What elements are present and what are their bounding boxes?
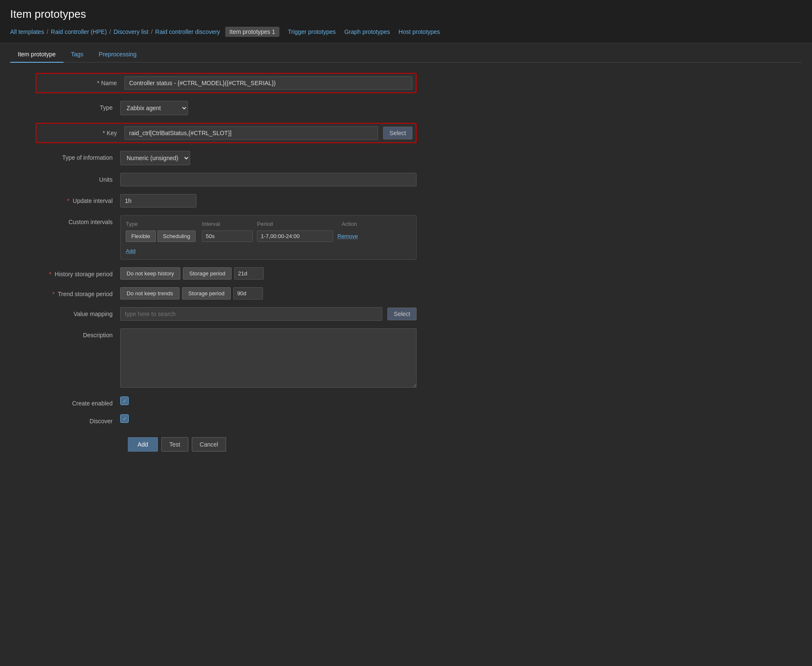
value-mapping-row: Value mapping Select (36, 307, 417, 321)
trend-label: * Trend storage period (36, 287, 120, 297)
update-required-star: * (67, 197, 69, 204)
custom-intervals-box: Type Interval Period Action Flexible Sch… (120, 215, 417, 260)
breadcrumb-sep-1: / (47, 28, 48, 35)
type-of-info-label: Type of information (36, 151, 120, 161)
name-label: * Name (40, 80, 124, 86)
nav-trigger-prototypes[interactable]: Trigger prototypes (288, 28, 336, 35)
history-control: Do not keep history Storage period (120, 267, 417, 280)
description-textarea[interactable] (120, 328, 417, 388)
ci-header: Type Interval Period Action (126, 221, 411, 227)
ci-interval-input[interactable] (202, 230, 253, 242)
key-input[interactable] (124, 126, 378, 140)
remove-link[interactable]: Remove (337, 233, 358, 239)
discover-checkmark: ✓ (122, 416, 127, 422)
main-content: Item prototype Tags Preprocessing * Name… (0, 43, 812, 462)
nav-host-prototypes[interactable]: Host prototypes (398, 28, 440, 35)
key-label: * Key (40, 130, 124, 136)
type-label: Type (36, 101, 120, 111)
do-not-keep-trends-button[interactable]: Do not keep trends (120, 287, 180, 300)
ci-row-1: Flexible Scheduling Remove (126, 230, 411, 242)
history-period-input[interactable] (234, 267, 264, 280)
type-control: Zabbix agent SNMP IPMI JMX HTTP agent (120, 101, 417, 115)
do-not-keep-history-button[interactable]: Do not keep history (120, 267, 180, 280)
flexible-button[interactable]: Flexible (126, 230, 156, 242)
update-interval-control (120, 194, 417, 208)
value-mapping-control: Select (120, 307, 417, 321)
update-interval-input[interactable] (120, 194, 196, 208)
custom-intervals-label: Custom intervals (36, 215, 120, 225)
form-actions: Add Test Cancel (128, 437, 417, 452)
create-enabled-checkmark: ✓ (122, 398, 127, 404)
description-label: Description (36, 328, 120, 339)
trend-storage-period-button[interactable]: Storage period (182, 287, 231, 300)
custom-intervals-row: Custom intervals Type Interval Period Ac… (36, 215, 417, 260)
tab-tags[interactable]: Tags (64, 47, 91, 63)
history-row: * History storage period Do not keep his… (36, 267, 417, 280)
units-input[interactable] (120, 173, 417, 186)
breadcrumb-sep-3: / (151, 28, 153, 35)
name-field-wrapper: * Name (36, 73, 417, 93)
trend-period-input[interactable] (233, 287, 263, 300)
create-enabled-control: ✓ (120, 397, 417, 405)
page-title: Item prototypes (10, 8, 802, 21)
form-tabs: Item prototype Tags Preprocessing (10, 43, 802, 63)
update-interval-row: * Update interval (36, 194, 417, 208)
breadcrumb-raid-controller[interactable]: Raid controller (HPE) (51, 28, 107, 35)
trend-row: * Trend storage period Do not keep trend… (36, 287, 417, 300)
history-label: * History storage period (36, 267, 120, 278)
breadcrumb-all-templates[interactable]: All templates (10, 28, 44, 35)
ci-col-period-header: Period (257, 221, 342, 227)
discover-row: Discover ✓ (36, 414, 417, 425)
trend-required-star: * (52, 291, 54, 297)
history-required-star: * (49, 271, 51, 278)
discover-control: ✓ (120, 414, 417, 423)
name-required-star: * (97, 80, 99, 86)
add-ci-link[interactable]: Add (126, 248, 135, 254)
breadcrumb-raid-discovery[interactable]: Raid controller discovery (155, 28, 220, 35)
units-label: Units (36, 173, 120, 183)
value-mapping-input[interactable] (120, 307, 382, 321)
history-storage-period-button[interactable]: Storage period (183, 267, 232, 280)
ci-col-interval-header: Interval (202, 221, 257, 227)
tab-preprocessing[interactable]: Preprocessing (91, 47, 144, 63)
ci-col-action-header: Action (342, 221, 411, 227)
description-control (120, 328, 417, 389)
type-of-info-row: Type of information Numeric (unsigned) N… (36, 151, 417, 165)
units-row: Units (36, 173, 417, 186)
ci-period-input[interactable] (257, 230, 333, 242)
create-enabled-label: Create enabled (36, 397, 120, 407)
key-select-button[interactable]: Select (383, 127, 412, 139)
update-interval-label: * Update interval (36, 194, 120, 204)
name-input[interactable] (124, 76, 412, 90)
ci-add-row: Add (126, 245, 411, 254)
type-select[interactable]: Zabbix agent SNMP IPMI JMX HTTP agent (120, 101, 188, 115)
nav-graph-prototypes[interactable]: Graph prototypes (344, 28, 390, 35)
discover-checkbox[interactable]: ✓ (120, 414, 129, 423)
breadcrumb-current: Item prototypes 1 (225, 27, 279, 37)
scheduling-button[interactable]: Scheduling (157, 230, 196, 242)
add-button[interactable]: Add (128, 437, 158, 452)
page-header: Item prototypes All templates / Raid con… (0, 0, 812, 43)
key-field-wrapper: * Key Select (36, 123, 417, 143)
discover-label: Discover (36, 414, 120, 425)
key-input-area: Select (124, 126, 412, 140)
test-button[interactable]: Test (161, 437, 188, 452)
breadcrumb-sep-2: / (109, 28, 111, 35)
value-mapping-select-button[interactable]: Select (387, 308, 417, 320)
units-control (120, 173, 417, 186)
create-enabled-row: Create enabled ✓ (36, 397, 417, 407)
type-of-info-select[interactable]: Numeric (unsigned) Numeric (float) Chara… (120, 151, 190, 165)
tab-item-prototype[interactable]: Item prototype (10, 47, 64, 63)
value-mapping-label: Value mapping (36, 307, 120, 317)
ci-type-buttons: Flexible Scheduling (126, 230, 202, 242)
ci-col-type-header: Type (126, 221, 202, 227)
breadcrumb: All templates / Raid controller (HPE) / … (10, 27, 802, 37)
form-container: * Name Type Zabbix agent SNMP IPMI JMX H… (36, 73, 417, 452)
type-row: Type Zabbix agent SNMP IPMI JMX HTTP age… (36, 101, 417, 115)
description-row: Description (36, 328, 417, 389)
breadcrumb-discovery-list[interactable]: Discovery list (113, 28, 148, 35)
create-enabled-checkbox[interactable]: ✓ (120, 397, 129, 405)
cancel-button[interactable]: Cancel (192, 437, 226, 452)
trend-control: Do not keep trends Storage period (120, 287, 417, 300)
key-required-star: * (103, 130, 105, 136)
